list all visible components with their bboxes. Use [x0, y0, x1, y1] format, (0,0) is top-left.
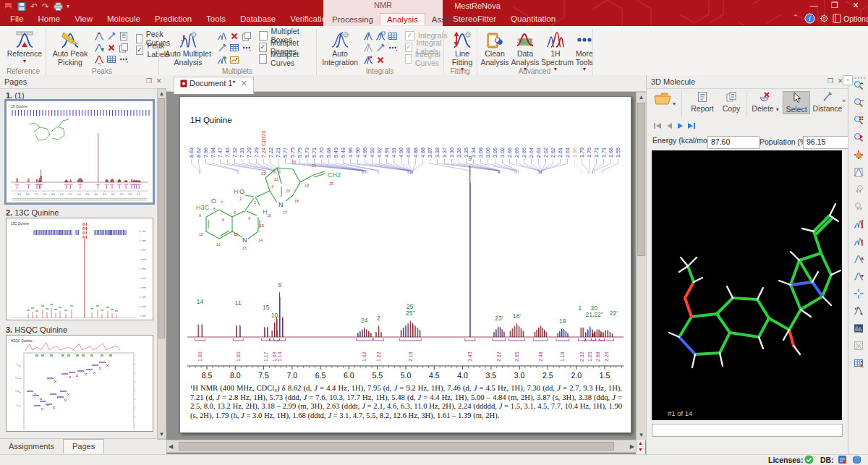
more-icon[interactable] [386, 43, 399, 54]
copy-icon[interactable] [240, 31, 252, 42]
zoom-out-icon[interactable]: − [851, 98, 867, 114]
fit-highest-icon[interactable] [851, 254, 867, 270]
doc-scroll-down-icon[interactable]: ▼ [637, 430, 646, 440]
pan-icon[interactable] [851, 150, 867, 166]
save-icon[interactable] [17, 2, 26, 12]
page-item-2[interactable]: 2. 13C Quinine 13C Quinine [6, 208, 153, 320]
more-icon[interactable] [240, 43, 252, 54]
more-tools-button[interactable]: MoreTools▾ [571, 29, 597, 72]
page-item-1[interactable]: 1. (1) 1H Quinine8.58.07.57.06.56.05.55.… [6, 91, 153, 203]
int1-icon[interactable] [362, 31, 374, 42]
prev-frame-icon[interactable] [665, 123, 673, 132]
gear-icon[interactable] [819, 13, 830, 25]
notebook-icon[interactable] [832, 13, 843, 25]
fit-lowest-icon[interactable] [851, 271, 867, 287]
int2-icon[interactable] [374, 31, 386, 42]
menu-tab-database[interactable]: Database [233, 13, 283, 25]
copy-button[interactable]: Copy [719, 91, 744, 113]
first-frame-icon[interactable] [652, 123, 663, 132]
zoom-in-icon[interactable]: + [851, 80, 867, 96]
preview-icon[interactable] [851, 167, 867, 183]
molecule-3d-viewport[interactable]: #1 of 14 [652, 150, 842, 420]
dock-tab-pages[interactable]: Pages [63, 439, 104, 453]
zoom-forward-icon[interactable] [851, 202, 867, 218]
minimize-button[interactable]: — [804, 1, 823, 9]
data-analysis-button[interactable]: DataAnalysis▾ [511, 29, 540, 72]
int-gray-icon[interactable] [362, 43, 374, 54]
menu-tab-prediction[interactable]: Prediction [148, 13, 199, 25]
table-icon[interactable] [386, 31, 399, 42]
db-secondary-icon[interactable] [852, 455, 861, 465]
play-icon[interactable] [676, 123, 684, 132]
page-item-3[interactable]: 3. HSQC Quinine HSQC Quinine [6, 325, 153, 432]
select-button[interactable]: Select [783, 91, 810, 114]
multiplet-s-icon[interactable] [216, 31, 228, 42]
menu-tab-view[interactable]: View [67, 13, 100, 25]
report-button[interactable]: Report [687, 91, 718, 113]
line-fitting-button[interactable]: LineFitting▾ [447, 29, 477, 72]
strip-drag-handle[interactable] [852, 77, 865, 79]
options-menu[interactable]: Options ▾ [843, 14, 868, 26]
clean-analysis-button[interactable]: CleanAnalysis [480, 29, 509, 67]
document-tab[interactable]: Document 1* ✕ [174, 77, 254, 94]
multiplet-g-icon[interactable] [216, 55, 228, 66]
display-mode-icon[interactable]: ▾ [851, 323, 867, 339]
doc-scroll-up-icon[interactable]: ▲ [637, 93, 646, 102]
peak-ref-icon[interactable] [93, 54, 105, 65]
copy-icon[interactable] [117, 43, 129, 54]
open-molecule-button[interactable]: ▾ [652, 91, 677, 108]
float-panel-icon[interactable]: ❐ [146, 77, 152, 85]
info-icon[interactable]: i [804, 13, 815, 25]
delete-icon[interactable] [228, 31, 240, 42]
wrench-icon[interactable] [216, 43, 228, 54]
peak-by-peak-icon[interactable]: ▾ [851, 306, 867, 322]
quick-access-more-icon[interactable]: ▾ [67, 3, 69, 9]
intensity-down-icon[interactable] [851, 236, 867, 252]
spectrum-page[interactable]: 1H Quinine 8.638.627.967.947.477.467.327… [179, 96, 631, 433]
doc-scroll-left-icon[interactable]: ◀ [169, 442, 173, 451]
scroll-up-icon[interactable]: ▲ [158, 89, 166, 98]
checkbox-multiplet-curves[interactable]: Multiplet Curves [259, 54, 315, 64]
db-status-icon[interactable] [838, 455, 847, 465]
close-tab-icon[interactable]: ✕ [241, 79, 247, 88]
licenses-ok-icon[interactable] [804, 455, 814, 465]
int3-icon[interactable] [362, 55, 374, 66]
dock-tab-assignments[interactable]: Assignments [0, 440, 63, 453]
undo-icon[interactable]: ↶ [30, 1, 38, 12]
report-icon[interactable] [117, 31, 129, 42]
molecule-3d-filter-input[interactable] [652, 424, 843, 437]
menu-tab-file[interactable]: File [3, 13, 31, 25]
peak-new-icon[interactable] [93, 43, 105, 54]
checkbox-integral-curves[interactable]: Integral Curves [405, 54, 447, 64]
print-icon[interactable] [54, 2, 63, 12]
menu-tab-molecule[interactable]: Molecule [100, 13, 148, 25]
intensity-up-icon[interactable] [851, 219, 867, 235]
delete-icon[interactable] [374, 55, 386, 66]
delete-icon[interactable] [105, 43, 117, 54]
delete-button[interactable]: Delete ▾ [749, 91, 781, 114]
distance-button[interactable]: Distance [812, 91, 843, 113]
doc-scroll-right-icon[interactable]: ▶ [630, 442, 634, 451]
zoom-region-icon[interactable] [851, 132, 867, 148]
setup-icon[interactable]: ▾ [851, 358, 867, 374]
maximize-button[interactable]: ❐ [825, 1, 844, 10]
collapse-strip-icon[interactable]: ‹ [843, 75, 853, 85]
1h-spectrum-button[interactable]: 1HSpectrum▾ [541, 29, 570, 72]
prev-page-icon[interactable]: ▲ [636, 440, 645, 446]
table-icon[interactable] [228, 43, 240, 54]
menu-tab-home[interactable]: Home [31, 13, 68, 25]
disabled-tool-icon[interactable] [851, 341, 867, 357]
more-icon[interactable] [117, 54, 129, 65]
next-page-icon[interactable]: ▼ [636, 446, 645, 453]
context-tab-analysis[interactable]: Analysis [380, 13, 425, 25]
wrench-icon[interactable] [374, 43, 386, 54]
toolbar-overflow-icon[interactable]: » [842, 97, 846, 104]
close-panel-icon[interactable]: ✕ [156, 77, 162, 85]
menu-tab-tools[interactable]: Tools [199, 13, 233, 25]
pages-scrollbar[interactable]: ▲ ▼ [157, 88, 166, 440]
context-tab-processing[interactable]: Processing [326, 14, 380, 25]
population-field[interactable]: 96.15 [803, 136, 854, 149]
reference-button[interactable]: Reference▾ [4, 29, 45, 64]
table-icon[interactable] [105, 54, 117, 65]
doc-hscrollbar[interactable]: ◀ ▶ [166, 440, 637, 453]
